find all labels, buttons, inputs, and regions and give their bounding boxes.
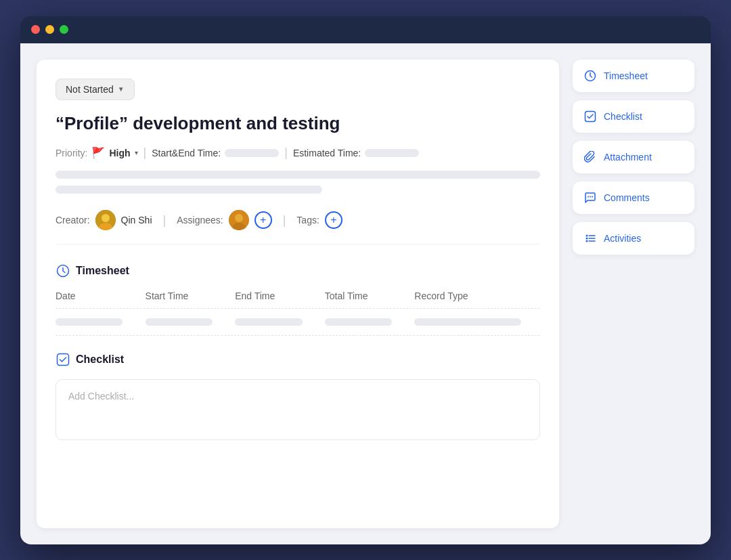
- start-end-time-item[interactable]: Start&End Time:: [152, 148, 279, 158]
- svg-point-15: [586, 237, 588, 239]
- divider-2: |: [284, 146, 288, 160]
- status-label: Not Started: [66, 84, 114, 95]
- assignees-label: Assignees:: [177, 215, 223, 225]
- col-end-time: End Time: [235, 290, 325, 301]
- chevron-down-icon: ▼: [118, 85, 125, 93]
- browser-window: Not Started ▼ “Profile” development and …: [20, 16, 711, 544]
- svg-point-11: [590, 196, 591, 197]
- maximize-button[interactable]: [60, 25, 68, 34]
- comments-icon: [583, 191, 597, 204]
- add-assignee-button[interactable]: +: [254, 211, 272, 229]
- attachment-sidebar-label: Attachment: [604, 152, 652, 163]
- desc-line-2: [56, 186, 322, 194]
- timesheet-header: Timesheet: [56, 263, 540, 278]
- cell-date-skeleton: [56, 318, 123, 326]
- start-end-time-label: Start&End Time:: [152, 148, 221, 158]
- tags-item: Tags: +: [296, 211, 342, 229]
- estimated-time-value: [365, 149, 419, 157]
- creator-avatar: [95, 210, 116, 230]
- meta-row: Priority: 🚩 High ▾ | Start&End Time: | E…: [56, 146, 540, 160]
- minimize-button[interactable]: [45, 25, 54, 34]
- checklist-section: Checklist Add Checklist...: [56, 352, 540, 440]
- svg-point-10: [588, 196, 589, 197]
- comments-sidebar-label: Comments: [604, 192, 650, 203]
- close-button[interactable]: [31, 25, 40, 34]
- start-end-time-value: [225, 149, 279, 157]
- people-row: Creator: Qin Shi | Assignees:: [56, 210, 540, 244]
- cell-total-skeleton: [325, 318, 392, 326]
- creator-label: Creator:: [56, 215, 90, 225]
- activities-sidebar-label: Activities: [604, 233, 641, 244]
- col-total-time: Total Time: [325, 290, 415, 301]
- timesheet-sidebar-button[interactable]: Timesheet: [573, 60, 694, 92]
- main-panel: Not Started ▼ “Profile” development and …: [37, 60, 559, 528]
- svg-point-17: [586, 240, 588, 242]
- checklist-sidebar-icon: [583, 110, 597, 123]
- checklist-sidebar-button[interactable]: Checklist: [573, 100, 694, 133]
- checklist-input[interactable]: Add Checklist...: [56, 379, 540, 440]
- description-area: [56, 171, 540, 194]
- table-header: Date Start Time End Time Total Time Reco…: [56, 290, 540, 309]
- sidebar-panel: Timesheet Checklist Attachment: [573, 60, 694, 528]
- cell-record-skeleton: [414, 318, 521, 326]
- timesheet-table: Date Start Time End Time Total Time Reco…: [56, 290, 540, 336]
- priority-item[interactable]: Priority: 🚩 High ▾: [56, 146, 138, 159]
- svg-point-13: [586, 234, 588, 236]
- status-badge[interactable]: Not Started ▼: [56, 79, 135, 100]
- checklist-icon: [56, 352, 70, 367]
- timesheet-title: Timesheet: [76, 265, 129, 277]
- col-record-type: Record Type: [414, 290, 540, 301]
- people-divider-2: |: [283, 213, 286, 228]
- cell-end-skeleton: [235, 318, 302, 326]
- activities-icon: [583, 232, 597, 245]
- svg-point-1: [102, 214, 110, 222]
- checklist-header: Checklist: [56, 352, 540, 367]
- priority-label-text: Priority:: [56, 148, 87, 158]
- col-start-time: Start Time: [146, 290, 236, 301]
- creator-item: Creator: Qin Shi: [56, 210, 152, 230]
- desc-line-1: [56, 171, 540, 179]
- assignees-item: Assignees: +: [177, 210, 271, 230]
- col-date: Date: [56, 290, 146, 301]
- estimated-time-label: Estimated Time:: [293, 148, 361, 158]
- cell-start-skeleton: [146, 318, 213, 326]
- tags-label: Tags:: [296, 215, 319, 225]
- attachment-icon: [583, 150, 597, 164]
- creator-name: Qin Shi: [121, 215, 152, 225]
- svg-point-12: [592, 196, 593, 197]
- timesheet-icon: [56, 263, 70, 278]
- titlebar: [20, 16, 711, 43]
- activities-sidebar-button[interactable]: Activities: [573, 222, 694, 255]
- checklist-title: Checklist: [76, 353, 124, 366]
- checklist-placeholder: Add Checklist...: [68, 391, 134, 402]
- add-tag-button[interactable]: +: [325, 211, 342, 229]
- priority-chevron-icon: ▾: [135, 149, 138, 156]
- timesheet-sidebar-label: Timesheet: [604, 70, 648, 81]
- comments-sidebar-button[interactable]: Comments: [573, 181, 694, 214]
- svg-rect-7: [58, 354, 69, 366]
- attachment-sidebar-button[interactable]: Attachment: [573, 141, 694, 173]
- clock-icon: [583, 69, 597, 83]
- checklist-sidebar-label: Checklist: [604, 111, 642, 122]
- priority-flag-icon: 🚩: [91, 146, 105, 159]
- task-title: “Profile” development and testing: [56, 112, 540, 135]
- svg-point-4: [235, 214, 243, 222]
- divider-1: |: [143, 146, 147, 160]
- priority-value: High: [109, 148, 130, 158]
- estimated-time-item[interactable]: Estimated Time:: [293, 148, 419, 158]
- table-row: [56, 309, 540, 336]
- people-divider-1: |: [163, 213, 167, 228]
- assignee-avatar: [229, 210, 249, 230]
- browser-content: Not Started ▼ “Profile” development and …: [20, 43, 711, 544]
